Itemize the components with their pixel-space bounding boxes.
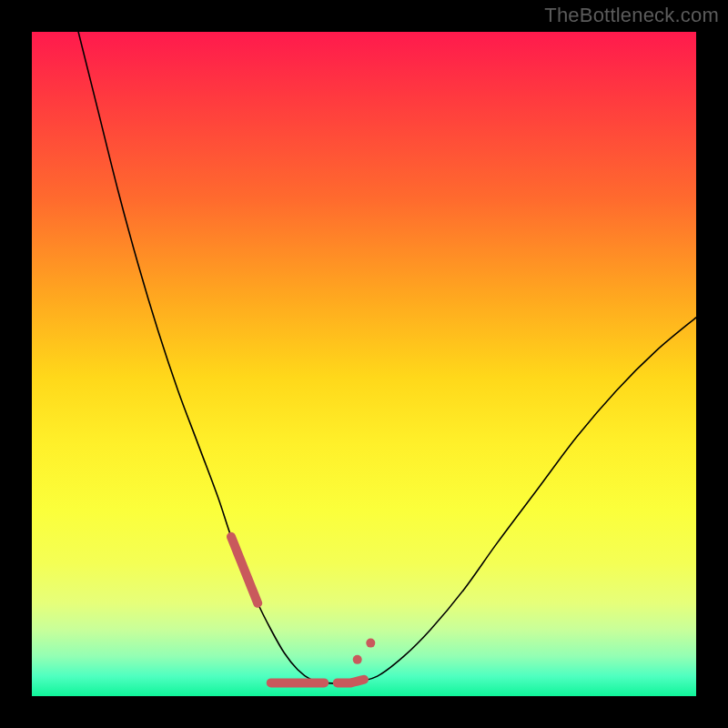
marker-group bbox=[231, 537, 375, 683]
plot-area bbox=[32, 32, 696, 696]
bottleneck-curve-path bbox=[78, 32, 696, 683]
marker-dot bbox=[353, 655, 362, 664]
marker-right-segment bbox=[338, 680, 364, 683]
chart-frame: TheBottleneck.com bbox=[0, 0, 728, 728]
watermark-text: TheBottleneck.com bbox=[544, 4, 719, 27]
marker-dot bbox=[366, 639, 375, 648]
curve-svg bbox=[32, 32, 696, 696]
marker-left-segment bbox=[231, 537, 258, 603]
